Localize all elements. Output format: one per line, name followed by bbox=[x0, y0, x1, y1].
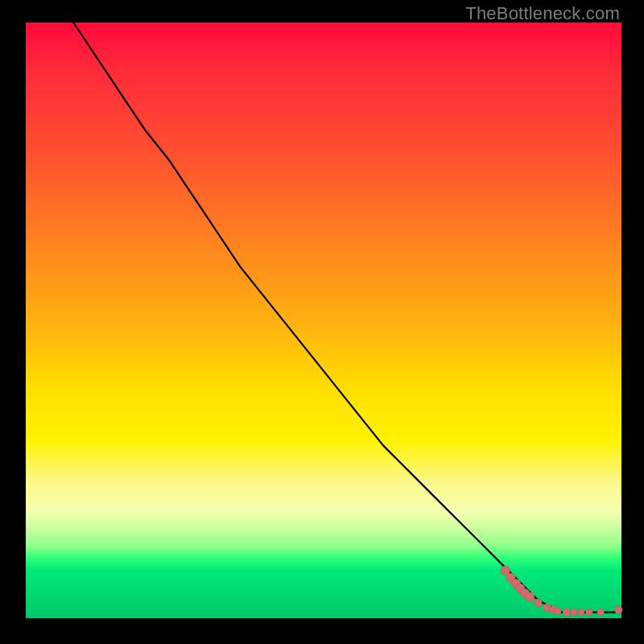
highlight-point bbox=[534, 599, 542, 607]
highlight-point bbox=[597, 609, 605, 616]
highlight-point bbox=[525, 592, 535, 601]
highlight-point bbox=[554, 608, 561, 615]
chart-svg bbox=[26, 23, 621, 618]
highlight-point bbox=[563, 609, 571, 617]
highlight-point bbox=[614, 606, 622, 614]
highlight-point bbox=[586, 609, 593, 616]
highlight-point bbox=[577, 609, 584, 616]
highlight-points bbox=[501, 566, 623, 617]
plot-area bbox=[26, 23, 621, 618]
bottleneck-curve bbox=[73, 23, 621, 613]
watermark-text: TheBottleneck.com bbox=[465, 3, 620, 24]
highlight-point bbox=[570, 609, 577, 616]
chart-frame: TheBottleneck.com bbox=[0, 0, 644, 644]
